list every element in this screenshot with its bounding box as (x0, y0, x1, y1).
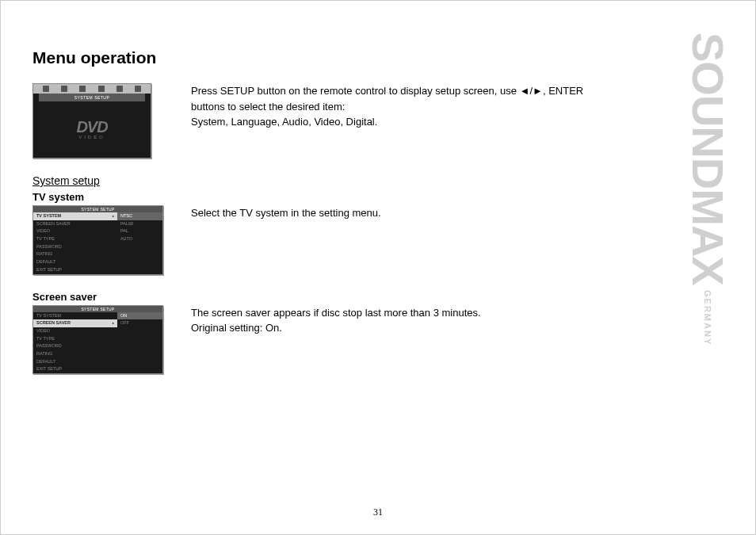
menu-icon (98, 86, 105, 92)
menu-item: VIDEO (33, 327, 117, 335)
menu-icon (116, 86, 123, 92)
screen-saver-desc1: The screen saver appears if disc stop la… (191, 305, 605, 321)
screen-saver-menu-screenshot: SYSTEM SETUPTV SYSTEMSCREEN SAVERVIDEOTV… (32, 305, 163, 375)
dvd-logo: DVD (76, 120, 107, 134)
tv-system-description: Select the TV system in the setting menu… (191, 205, 605, 221)
menu-item: RATING (33, 250, 117, 258)
menu-item: RATING (33, 350, 117, 358)
menu-option: NTSC (117, 212, 162, 220)
dvd-logo-area: DVD VIDEO (76, 101, 107, 158)
left-arrow-icon: ◄ (520, 85, 530, 97)
screen-saver-desc2: Original setting: On. (191, 320, 605, 336)
menu-icon (79, 86, 86, 92)
menu-header: SYSTEM SETUP (33, 306, 162, 312)
intro-line2: System, Language, Audio, Video, Digital. (191, 114, 605, 130)
menu-item: TV TYPE (33, 235, 117, 243)
intro-text: Press SETUP button on the remote control… (191, 83, 605, 114)
brand-subtitle: GERMANY (703, 290, 712, 346)
menu-item: SCREEN SAVER (33, 220, 117, 228)
menu-option: AUTO (117, 235, 162, 243)
dvd-header: SYSTEM SETUP (39, 94, 144, 101)
tv-system-menu-screenshot: SYSTEM SETUPTV SYSTEMSCREEN SAVERVIDEOTV… (32, 205, 163, 275)
menu-option: ON (117, 312, 162, 320)
menu-item: SCREEN SAVER (33, 319, 117, 327)
menu-option: OFF (117, 319, 162, 327)
menu-item: EXIT SETUP (33, 365, 117, 373)
menu-item: DEFAULT (33, 258, 117, 266)
tv-system-heading: TV system (32, 191, 724, 203)
menu-option: PAL (117, 227, 162, 235)
menu-item: PASSWORD (33, 342, 117, 350)
menu-item: PASSWORD (33, 243, 117, 251)
brand-name: SOUNDMAX (682, 32, 734, 285)
menu-item: TV TYPE (33, 335, 117, 343)
menu-item: EXIT SETUP (33, 266, 117, 274)
menu-icon (61, 86, 67, 92)
menu-icon (135, 86, 141, 92)
system-setup-heading: System setup (32, 174, 724, 187)
menu-item: TV SYSTEM (33, 212, 117, 220)
intro-line1-prefix: Press SETUP button on the remote control… (191, 85, 520, 97)
menu-item: VIDEO (33, 227, 117, 235)
menu-item: DEFAULT (33, 358, 117, 366)
dvd-logo-subtitle: VIDEO (78, 135, 105, 139)
brand-column: SOUNDMAX GERMANY (684, 32, 731, 503)
menu-icon (43, 86, 49, 92)
menu-option: PAL60 (117, 220, 162, 228)
right-arrow-icon: ► (533, 85, 543, 97)
dvd-setup-screenshot: SYSTEM SETUP DVD VIDEO (32, 83, 151, 159)
dvd-icon-bar (33, 84, 151, 94)
page-number: 31 (373, 506, 383, 518)
page-title: Menu operation (32, 48, 724, 67)
menu-header: SYSTEM SETUP (33, 206, 162, 212)
menu-item: TV SYSTEM (33, 312, 117, 320)
screen-saver-heading: Screen saver (32, 291, 724, 303)
